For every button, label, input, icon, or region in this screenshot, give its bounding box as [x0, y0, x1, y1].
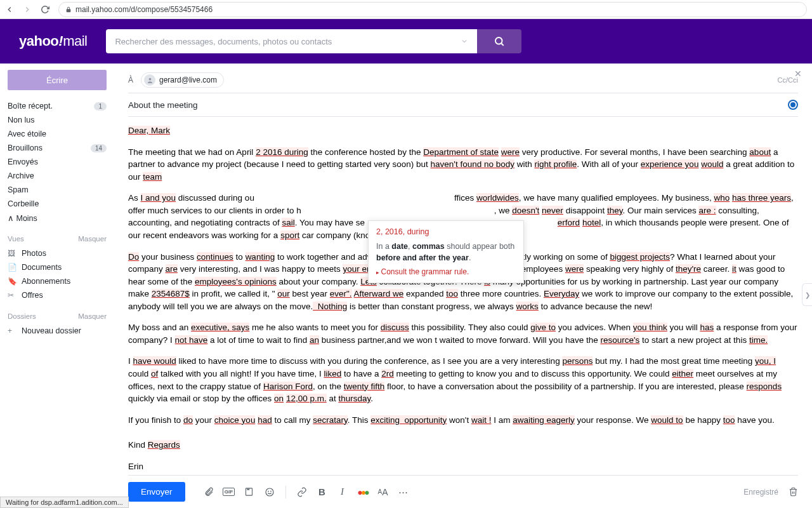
avatar-icon: [144, 74, 155, 86]
recipient-chip[interactable]: gerard@live.com: [141, 72, 224, 88]
compose-button[interactable]: Écrire: [8, 70, 107, 90]
compose-panel: ✕ À gerard@live.com Cc/Cci About the mee…: [114, 64, 812, 508]
discard-button[interactable]: [789, 487, 798, 497]
sidebar-view-photos[interactable]: 🖼Photos: [8, 246, 107, 260]
gif-icon[interactable]: GIF: [221, 484, 237, 500]
more-icon[interactable]: ⋯: [395, 484, 412, 500]
to-row: À gerard@live.com Cc/Cci: [128, 70, 798, 93]
svg-point-4: [266, 488, 273, 496]
photos-icon: 🖼: [8, 249, 16, 258]
svg-point-2: [148, 77, 151, 80]
search-icon: [494, 36, 505, 47]
search-wrap: Rechercher des messages, documents, phot…: [106, 29, 521, 53]
sidebar-item-archive[interactable]: Archive: [8, 169, 107, 183]
sidebar-item-sent[interactable]: Envoyés: [8, 155, 107, 169]
attach-icon[interactable]: [200, 484, 217, 500]
folders-heading: Dossiers: [8, 312, 36, 320]
back-button[interactable]: [5, 5, 14, 14]
subject-text: About the meeting: [128, 100, 198, 110]
sidebar-view-documents[interactable]: 📄Documents: [8, 260, 107, 274]
subject-row[interactable]: About the meeting: [128, 93, 798, 117]
bold-icon[interactable]: B: [314, 484, 331, 500]
sidebar-item-less[interactable]: ∧ Moins: [8, 211, 107, 225]
sidebar-view-offers[interactable]: ✂Offres: [8, 288, 107, 302]
reload-button[interactable]: [41, 5, 49, 14]
plus-icon: +: [8, 326, 16, 335]
send-button[interactable]: Envoyer: [128, 482, 185, 502]
grammar-checker-icon[interactable]: [788, 100, 798, 110]
right-panel-expand[interactable]: ❯: [802, 283, 812, 306]
emoji-icon[interactable]: [261, 484, 278, 500]
sidebar-view-subscriptions[interactable]: 🔖Abonnements: [8, 274, 107, 288]
italic-icon[interactable]: I: [334, 484, 351, 500]
hide-views[interactable]: Masquer: [78, 235, 107, 243]
tooltip-explanation: In a date, commas should appear both bef…: [376, 241, 516, 264]
compose-toolbar: Envoyer GIF B I ●●● AA ⋯ Enregistré: [128, 475, 798, 508]
sidebar-item-trash[interactable]: Corbeille: [8, 197, 107, 211]
svg-point-6: [270, 491, 271, 491]
lock-icon: [65, 6, 72, 13]
font-icon[interactable]: AA: [375, 484, 391, 500]
hide-folders[interactable]: Masquer: [78, 312, 107, 320]
forward-button[interactable]: [23, 5, 32, 14]
svg-point-0: [495, 37, 502, 44]
sidebar-item-starred[interactable]: Avec étoile: [8, 127, 107, 141]
sidebar-item-drafts[interactable]: Brouillons14: [8, 141, 107, 155]
link-icon[interactable]: [294, 484, 310, 500]
color-icon[interactable]: ●●●: [355, 484, 371, 500]
views-heading: Vues: [8, 235, 24, 243]
svg-point-5: [268, 491, 268, 491]
sidebar-item-spam[interactable]: Spam: [8, 183, 107, 197]
saved-status: Enregistré: [743, 488, 778, 497]
url-text: mail.yahoo.com/d/compose/5534575466: [75, 5, 213, 14]
app-header: yahoo!mail Rechercher des messages, docu…: [0, 19, 812, 64]
sidebar-item-inbox[interactable]: Boîte récept.1: [8, 99, 107, 113]
sidebar: Écrire Boîte récept.1 Non lus Avec étoil…: [0, 64, 114, 508]
tooltip-rule-link[interactable]: Consult the grammar rule.: [376, 267, 516, 276]
sidebar-new-folder[interactable]: +Nouveau dossier: [8, 324, 107, 338]
sidebar-item-unread[interactable]: Non lus: [8, 113, 107, 127]
signature: Erin: [128, 460, 798, 473]
grammar-tooltip: 2, 2016, during In a date, commas should…: [368, 220, 524, 283]
browser-chrome: mail.yahoo.com/d/compose/5534575466: [0, 0, 812, 19]
svg-line-1: [502, 43, 504, 45]
subscriptions-icon: 🔖: [8, 277, 16, 286]
stationery-icon[interactable]: [241, 484, 258, 500]
search-button[interactable]: [477, 29, 521, 53]
close-button[interactable]: ✕: [794, 69, 802, 79]
to-label: À: [128, 76, 133, 84]
logo[interactable]: yahoo!mail: [19, 33, 87, 50]
browser-status: Waiting for dsp.adfarm1.adition.com...: [0, 497, 129, 508]
tooltip-suggestion[interactable]: 2, 2016, during: [376, 227, 516, 236]
email-body[interactable]: Dear, Mark The meeting that we had on Ap…: [128, 117, 798, 475]
url-bar[interactable]: mail.yahoo.com/d/compose/5534575466: [58, 2, 807, 17]
documents-icon: 📄: [8, 263, 16, 272]
chevron-down-icon: [461, 37, 468, 45]
search-input[interactable]: Rechercher des messages, documents, phot…: [106, 29, 477, 53]
offers-icon: ✂: [8, 291, 16, 300]
body-greeting: Dear, Mark: [128, 126, 170, 135]
